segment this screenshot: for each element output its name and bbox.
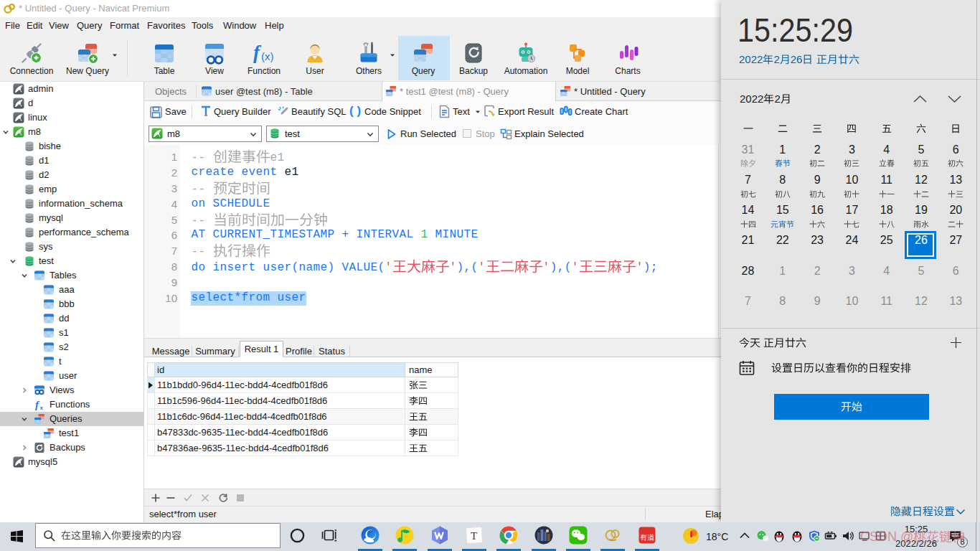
svg-text:(x): (x) [261, 50, 274, 62]
svg-text:x: x [40, 405, 44, 410]
svg-text:T: T [471, 530, 477, 542]
